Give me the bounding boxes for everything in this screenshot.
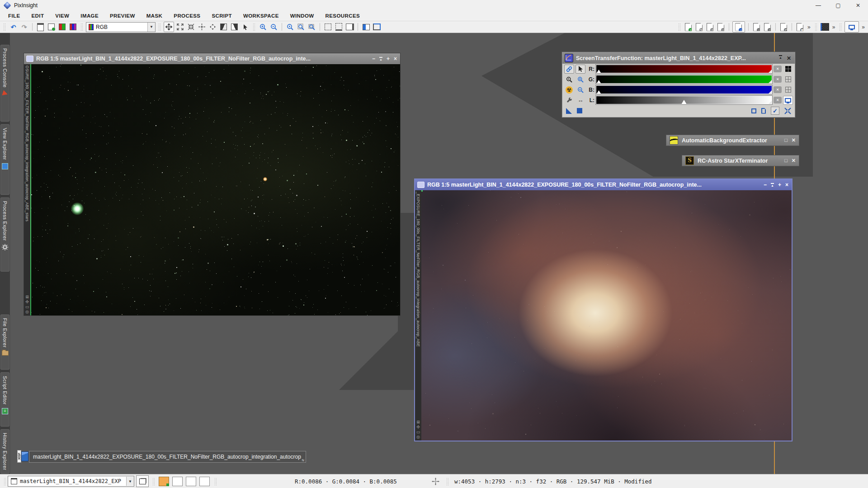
toolbar-grip[interactable]: [253, 23, 255, 31]
toolbar-overflow-chevron[interactable]: »: [832, 24, 835, 30]
link-rgb-button[interactable]: [564, 65, 574, 74]
center-view-icon[interactable]: [197, 22, 207, 32]
sidebar-tab-script-editor[interactable]: Script Editor ≡: [0, 372, 9, 427]
menu-workspace[interactable]: WORKSPACE: [243, 13, 279, 19]
process-window-abe[interactable]: AutomaticBackgroundExtractor □ ✕: [666, 135, 799, 146]
expand-arrows-icon[interactable]: [175, 22, 185, 32]
pan-tool-icon[interactable]: ✣: [416, 425, 420, 429]
chevron-down-icon[interactable]: ▼: [126, 477, 134, 486]
statusbar-grip[interactable]: [214, 478, 217, 485]
menu-view[interactable]: VIEW: [55, 13, 69, 19]
auto-stretch-button[interactable]: ☢: [564, 85, 574, 94]
contract-arrows-icon[interactable]: [186, 22, 196, 32]
highlights-clip-icon[interactable]: [783, 75, 793, 84]
image-id-strip[interactable]: _EXPOSURE_180_00s_FILTER_NoFilter_RGB_au…: [415, 190, 421, 441]
target-icon[interactable]: ◎: [416, 435, 420, 439]
copy-view-icon[interactable]: ▭: [25, 305, 29, 309]
new-preview-icon[interactable]: [323, 22, 333, 32]
cursor-arrow-icon[interactable]: [241, 22, 250, 32]
pan-tool-icon[interactable]: ✣: [25, 300, 29, 304]
rgb-channels-icon[interactable]: [68, 22, 78, 32]
invert-display-icon[interactable]: [219, 22, 228, 32]
sidebar-tab-history-explorer[interactable]: History Explorer: [0, 429, 9, 474]
zoom-out-icon[interactable]: [269, 22, 278, 32]
zoom-fill-icon[interactable]: [307, 22, 316, 32]
close-window-button[interactable]: ✕: [792, 137, 796, 143]
statusbar-grip[interactable]: [152, 478, 155, 485]
remove-process-icon[interactable]: −: [716, 22, 726, 32]
image-id-strip[interactable]: OSURE_180_00s_FILTER_NoFilter_RGB_autocr…: [24, 64, 30, 315]
toolbar-grip[interactable]: [80, 23, 83, 31]
menu-window[interactable]: WINDOW: [290, 13, 314, 19]
toolbar-overflow-chevron[interactable]: »: [807, 24, 811, 30]
crop-frame-icon[interactable]: [372, 22, 382, 32]
close-window-button[interactable]: ✕: [787, 55, 791, 61]
workspace-1-button[interactable]: [159, 477, 169, 486]
window-title-bar[interactable]: RGB 1:5 masterLight_BIN_1_4144x2822_EXPO…: [24, 53, 400, 64]
selection-mode-icon[interactable]: ⊞: [25, 295, 29, 299]
toolbar-grip[interactable]: [839, 23, 842, 31]
window-title-bar[interactable]: RGB 1:5 masterLight_BIN_1_4144x2822_EXPO…: [415, 179, 792, 190]
apply-square-icon[interactable]: [577, 108, 582, 113]
image-window-icon[interactable]: [26, 56, 33, 62]
process-history-icon[interactable]: ↶: [779, 22, 788, 32]
toolbar-grip[interactable]: [678, 23, 681, 31]
apply-check-button[interactable]: ✓: [771, 107, 779, 115]
target-icon[interactable]: ◎: [25, 310, 29, 314]
sidebar-tab-view-explorer[interactable]: View Explorer: [0, 124, 9, 195]
flip-display-icon[interactable]: [230, 22, 239, 32]
screen-settings-button[interactable]: [844, 21, 859, 33]
display-channel-select[interactable]: RGB ▼: [86, 22, 156, 32]
shade-button[interactable]: ▲: [779, 55, 782, 61]
active-view-select[interactable]: masterLight_BIN_1_4144x2822_EXP ▼: [8, 476, 134, 487]
image-window-starless[interactable]: RGB 1:5 masterLight_BIN_1_4144x2822_EXPO…: [414, 178, 793, 441]
menu-file[interactable]: FILE: [8, 13, 20, 19]
chevron-down-icon[interactable]: ▼: [147, 23, 155, 32]
zoom-to-fit-icon[interactable]: [296, 22, 306, 32]
shade-button[interactable]: ▲: [771, 183, 774, 187]
midtones-grid-icon[interactable]: [783, 85, 793, 94]
workspace-4-button[interactable]: [199, 477, 210, 486]
menu-preview[interactable]: PREVIEW: [110, 13, 135, 19]
sidebar-tab-process-explorer[interactable]: Process Explorer: [0, 197, 9, 272]
stf-blue-slider[interactable]: [596, 85, 772, 94]
stf-window[interactable]: ScreenTransferFunction: masterLight_BIN_…: [562, 52, 795, 117]
slider-handle[interactable]: [597, 90, 601, 94]
edit-mode-button[interactable]: [576, 65, 585, 74]
edit-preview-icon[interactable]: [334, 22, 344, 32]
iconize-button[interactable]: −: [764, 182, 767, 188]
track-view-icon[interactable]: [784, 108, 791, 114]
shadows-clip-icon[interactable]: [783, 65, 793, 74]
restore-button[interactable]: ▢: [828, 0, 848, 11]
load-process-icon[interactable]: ↓: [752, 22, 761, 32]
toolbar-grip[interactable]: [3, 23, 6, 31]
new-image-icon[interactable]: [36, 22, 45, 32]
menu-script[interactable]: SCRIPT: [212, 13, 232, 19]
stf-red-slider[interactable]: [596, 65, 772, 73]
slider-handle[interactable]: [597, 80, 601, 83]
expand-range-button[interactable]: ↔: [576, 96, 585, 105]
slider-handle[interactable]: [682, 100, 687, 104]
clone-process-icon[interactable]: +: [705, 22, 715, 32]
menu-process[interactable]: PROCESS: [174, 13, 200, 19]
stf-green-slider[interactable]: [596, 75, 772, 84]
undo-icon[interactable]: ↶: [9, 22, 18, 32]
zoom-track-button[interactable]: [564, 75, 574, 84]
reset-luminance-button[interactable]: ✕: [774, 97, 782, 103]
statusbar-grip[interactable]: [446, 478, 449, 485]
split-view-icon[interactable]: [361, 22, 371, 32]
diamond-arrows-icon[interactable]: [208, 22, 217, 32]
preview-mode-icon[interactable]: [345, 22, 354, 32]
save-image-icon[interactable]: [47, 22, 56, 32]
zoom-window-button[interactable]: +: [778, 182, 781, 188]
reset-green-button[interactable]: ✕: [774, 76, 782, 83]
selection-mode-icon[interactable]: ⊞: [416, 420, 420, 424]
reset-blue-button[interactable]: ✕: [774, 86, 782, 93]
iconize-button[interactable]: −: [372, 56, 375, 61]
process-settings-icon[interactable]: ✱: [795, 22, 805, 32]
workspace-2-button[interactable]: [172, 477, 183, 486]
edit-stf-button[interactable]: [564, 96, 574, 105]
pan-crosshair-icon[interactable]: [432, 478, 439, 485]
new-instance-icon[interactable]: [751, 108, 756, 113]
close-window-button[interactable]: ×: [394, 56, 397, 61]
